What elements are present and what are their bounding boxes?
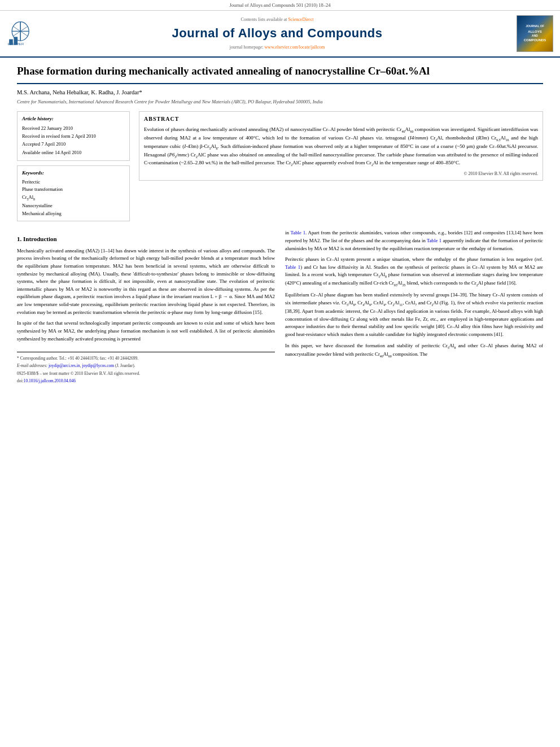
body-text-right-p2: Peritectic phases in Cr–Al system presen… <box>285 256 543 288</box>
journal-title-header: Journal of Alloys and Compounds <box>46 25 508 42</box>
article-title: Phase formation during mechanically acti… <box>17 64 543 84</box>
accepted-date: Accepted 7 April 2010 <box>22 141 125 147</box>
elsevier-logo: ELSEVIER <box>7 18 46 49</box>
svg-line-5 <box>14 27 20 31</box>
top-bar: Journal of Alloys and Compounds 501 (201… <box>0 0 560 11</box>
keywords-list: Peritectic Phase transformation Cr5Al8 N… <box>22 178 125 218</box>
received-date: Received 22 January 2010 <box>22 125 125 132</box>
section1-heading: 1. Introduction <box>17 235 275 243</box>
footnote-email: E-mail addresses: joydip@arci.res.in, jo… <box>17 362 275 369</box>
revised-date: Received in revised form 2 April 2010 <box>22 133 125 139</box>
body-text-right-p3: Equilibrium Cr–Al phase diagram has been… <box>285 291 543 338</box>
body-text-right-p4: In this paper, we have discussed the for… <box>285 342 543 359</box>
journal-homepage: journal homepage: www.elsevier.com/locat… <box>46 44 508 50</box>
authors-text: M.S. Archana, Neha Hebalkar, K. Radha, J… <box>17 89 142 95</box>
table1-link3[interactable]: Table 1 <box>285 264 300 270</box>
footnote: * Corresponding author. Tel.: +91 40 244… <box>17 352 275 384</box>
homepage-text: journal homepage: <box>230 45 264 50</box>
authors: M.S. Archana, Neha Hebalkar, K. Radha, J… <box>17 89 543 97</box>
table1-link1[interactable]: Table 1 <box>290 230 305 235</box>
article-body: 1. Introduction Mechanically activated a… <box>17 229 543 385</box>
journal-center: Contents lists available at ScienceDirec… <box>46 16 508 50</box>
abstract-col: ABSTRACT Evolution of phases during mech… <box>139 111 543 221</box>
footnote-issn: 0925-8388/$ – see front matter © 2010 El… <box>17 370 275 377</box>
elsevier-tree-svg: ELSEVIER <box>7 18 35 46</box>
homepage-link[interactable]: www.elsevier.com/locate/jallcom <box>265 45 325 50</box>
footnote-star: * Corresponding author. Tel.: +91 40 244… <box>17 355 275 361</box>
keyword-5: Mechanical alloying <box>22 210 125 218</box>
table1-link2[interactable]: Table 1 <box>427 238 441 243</box>
doi-link[interactable]: 10.1016/j.jallcom.2010.04.046 <box>24 378 76 383</box>
logo-text: JOURNAL OF <box>526 24 544 28</box>
keywords-title: Keywords: <box>22 169 125 177</box>
page-container: Journal of Alloys and Compounds 501 (201… <box>0 0 560 392</box>
body-text-left-p1: Mechanically activated annealing (MA2) [… <box>17 247 275 317</box>
journal-logo-box: JOURNAL OF ALLOYS AND COMPOUNDS <box>517 15 553 52</box>
email-link2[interactable]: joydip@lycos.com <box>82 363 114 368</box>
body-left: 1. Introduction Mechanically activated a… <box>17 229 275 385</box>
keyword-2: Phase transformation <box>22 186 125 194</box>
sciencedirect-text: Contents lists available at <box>241 17 287 22</box>
copyright-line: © 2010 Elsevier B.V. All rights reserved… <box>144 171 538 177</box>
svg-line-7 <box>14 32 20 36</box>
body-right: in Table 1. Apart from the peritectic al… <box>285 229 543 385</box>
footnote-doi: doi:10.1016/j.jallcom.2010.04.046 <box>17 378 275 384</box>
svg-line-8 <box>20 32 28 36</box>
affiliation: Centre for Nanomaterials, International … <box>17 99 543 106</box>
logo-compounds: COMPOUNDS <box>524 38 546 42</box>
article-info-title: Article history: <box>22 115 125 123</box>
keywords-box: Keywords: Peritectic Phase transformatio… <box>17 165 130 221</box>
available-date: Available online 14 April 2010 <box>22 149 125 156</box>
logo-title: ALLOYS <box>528 29 541 34</box>
email-link1[interactable]: joydip@arci.res.in <box>49 363 80 368</box>
article-metadata-row: Article history: Received 22 January 201… <box>17 111 543 221</box>
keyword-3: Cr5Al8 <box>22 194 125 202</box>
article-info-col: Article history: Received 22 January 201… <box>17 111 130 221</box>
svg-text:ELSEVIER: ELSEVIER <box>8 43 24 46</box>
journal-header: ELSEVIER Contents lists available at Sci… <box>0 11 560 58</box>
sciencedirect-line: Contents lists available at ScienceDirec… <box>46 16 508 23</box>
svg-line-6 <box>20 27 28 31</box>
sciencedirect-link[interactable]: ScienceDirect <box>288 17 314 22</box>
keyword-4: Nanocrystalline <box>22 202 125 210</box>
journal-reference: Journal of Alloys and Compounds 501 (201… <box>229 2 330 8</box>
keyword-1: Peritectic <box>22 178 125 186</box>
main-content: Phase formation during mechanically acti… <box>0 58 560 392</box>
journal-logo-right: JOURNAL OF ALLOYS AND COMPOUNDS <box>508 15 553 52</box>
body-text-left-p2: In spite of the fact that several techno… <box>17 320 275 343</box>
article-info-box: Article history: Received 22 January 201… <box>17 111 130 161</box>
body-text-right-p1: in Table 1. Apart from the peritectic al… <box>285 229 543 252</box>
abstract-text: Evolution of phases during mechanically … <box>144 126 538 168</box>
abstract-box: ABSTRACT Evolution of phases during mech… <box>139 111 543 181</box>
logo-and: AND <box>532 34 538 38</box>
abstract-title: ABSTRACT <box>144 115 538 123</box>
